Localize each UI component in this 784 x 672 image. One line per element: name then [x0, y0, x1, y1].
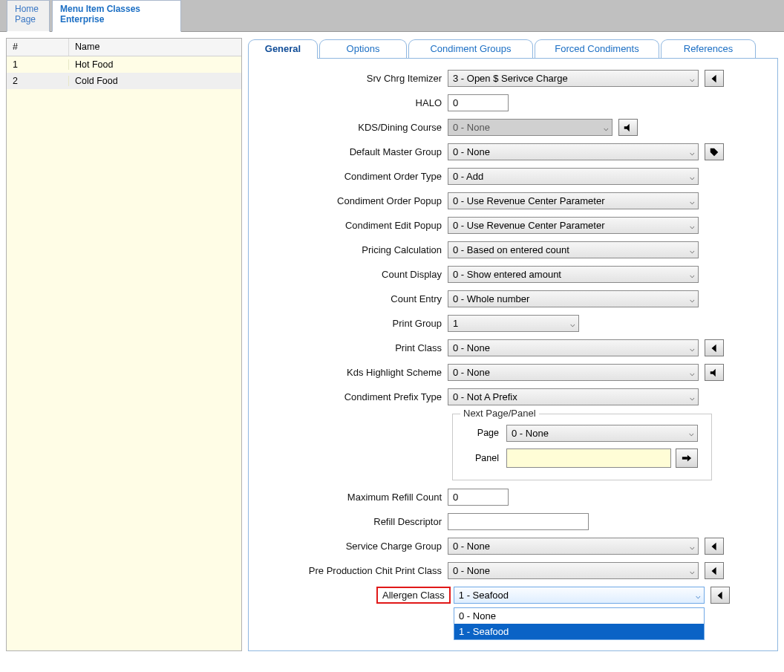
- select-value: 1: [453, 316, 458, 331]
- label-pre-production-chit: Pre Production Chit Print Class: [249, 565, 448, 576]
- nav-left-button[interactable]: [705, 70, 724, 87]
- select-count-entry[interactable]: 0 - Whole number⌵: [448, 290, 699, 307]
- select-condiment-order-type[interactable]: 0 - Add⌵: [448, 168, 699, 185]
- speaker-icon-button[interactable]: [618, 119, 638, 136]
- chevron-down-icon: ⌵: [690, 144, 695, 160]
- tab-condiment-groups[interactable]: Condiment Groups: [408, 39, 533, 59]
- table-row[interactable]: 1 Hot Food: [7, 56, 241, 73]
- chevron-down-icon: ⌵: [690, 563, 695, 578]
- select-condiment-prefix-type[interactable]: 0 - Not A Prefix⌵: [448, 388, 699, 405]
- svg-marker-0: [712, 74, 716, 82]
- select-value: 0 - None: [453, 144, 490, 160]
- dropdown-allergen-class[interactable]: 0 - None 1 - Seafood: [454, 607, 705, 640]
- chevron-down-icon: ⌵: [690, 340, 695, 356]
- tab-forced-condiments[interactable]: Forced Condiments: [535, 39, 659, 59]
- svg-marker-7: [712, 567, 716, 575]
- table-row[interactable]: 2 Cold Food: [7, 73, 241, 89]
- speaker-icon-button[interactable]: [705, 364, 724, 381]
- nav-left-button[interactable]: [705, 538, 724, 555]
- column-header-num[interactable]: #: [7, 39, 69, 56]
- nav-left-button[interactable]: [705, 339, 724, 356]
- select-value: 1 - Seafood: [459, 587, 509, 603]
- label-condiment-order-popup: Condiment Order Popup: [249, 195, 448, 206]
- legend-next-page-panel: Next Page/Panel: [460, 408, 539, 419]
- label-condiment-prefix-type: Condiment Prefix Type: [249, 391, 448, 402]
- tab-home-line1: Home: [15, 4, 42, 14]
- label-count-display: Count Display: [249, 269, 448, 280]
- dropdown-option[interactable]: 1 - Seafood: [454, 624, 704, 639]
- dropdown-option[interactable]: 0 - None: [454, 608, 704, 624]
- select-value: 0 - Use Revenue Center Parameter: [453, 218, 604, 233]
- input-halo[interactable]: [448, 94, 509, 111]
- tab-references[interactable]: References: [661, 39, 756, 59]
- form: Srv Chrg Itemizer 3 - Open $ Serivce Cha…: [249, 59, 777, 615]
- svg-marker-6: [712, 542, 716, 550]
- nav-left-button[interactable]: [710, 587, 730, 604]
- fieldset-next-page-panel: Next Page/Panel Page 0 - None⌵ Panel: [452, 414, 712, 480]
- select-kds-dining-course[interactable]: 0 - None⌵: [448, 119, 612, 136]
- left-list-body: 1 Hot Food 2 Cold Food: [7, 56, 241, 89]
- select-count-display[interactable]: 0 - Show entered amount⌵: [448, 266, 699, 283]
- select-value: 0 - None: [453, 538, 490, 554]
- select-value: 0 - Show entered amount: [453, 267, 561, 282]
- select-default-master-group[interactable]: 0 - None⌵: [448, 143, 699, 160]
- select-srv-chrg-itemizer[interactable]: 3 - Open $ Serivce Charge⌵: [448, 70, 699, 87]
- input-next-panel[interactable]: [506, 448, 671, 468]
- svg-marker-8: [717, 591, 722, 599]
- select-value: 0 - None: [453, 340, 490, 356]
- main-area: # Name 1 Hot Food 2 Cold Food General Op…: [0, 32, 784, 657]
- select-condiment-order-popup[interactable]: 0 - Use Revenue Center Parameter⌵: [448, 192, 699, 209]
- input-refill-descriptor[interactable]: [448, 513, 589, 530]
- select-service-charge-group[interactable]: 0 - None⌵: [448, 538, 699, 555]
- column-header-name[interactable]: Name: [69, 39, 105, 56]
- select-value: 0 - Add: [453, 169, 483, 184]
- tab-options[interactable]: Options: [319, 39, 407, 59]
- select-value: 0 - None: [453, 120, 490, 135]
- label-print-group: Print Group: [249, 318, 448, 329]
- tab-general[interactable]: General: [248, 39, 318, 59]
- select-condiment-edit-popup[interactable]: 0 - Use Revenue Center Parameter⌵: [448, 217, 699, 234]
- arrow-right-button[interactable]: [676, 448, 698, 468]
- cell-num: 2: [7, 76, 69, 86]
- top-tabstrip: Home Page Menu Item Classes Enterprise: [0, 0, 784, 32]
- left-list-pane: # Name 1 Hot Food 2 Cold Food: [6, 38, 242, 651]
- select-pre-production-chit[interactable]: 0 - None⌵: [448, 562, 699, 579]
- select-print-class[interactable]: 0 - None⌵: [448, 339, 699, 356]
- label-print-class: Print Class: [249, 342, 448, 353]
- chevron-down-icon: ⌵: [690, 242, 695, 258]
- select-print-group[interactable]: 1⌵: [448, 315, 579, 332]
- select-allergen-class[interactable]: 1 - Seafood⌵: [454, 587, 705, 604]
- select-kds-highlight-scheme[interactable]: 0 - None⌵: [448, 364, 699, 381]
- svg-marker-1: [624, 123, 630, 131]
- select-value: 3 - Open $ Serivce Charge: [453, 71, 568, 86]
- select-value: 0 - Not A Prefix: [453, 389, 517, 405]
- chevron-down-icon: ⌵: [690, 365, 695, 380]
- tab-menu-item-classes[interactable]: Menu Item Classes Enterprise: [52, 0, 181, 32]
- cell-name: Hot Food: [69, 59, 119, 70]
- label-default-master-group: Default Master Group: [249, 146, 448, 157]
- label-service-charge-group: Service Charge Group: [249, 541, 448, 552]
- chevron-down-icon: ⌵: [690, 218, 695, 233]
- chevron-down-icon: ⌵: [690, 291, 695, 307]
- tab-menu-line2: Enterprise: [60, 14, 173, 25]
- label-allergen-class: Allergen Class: [376, 587, 451, 604]
- label-page: Page: [462, 428, 506, 438]
- detail-tabstrip: General Options Condiment Groups Forced …: [248, 38, 778, 59]
- input-maximum-refill-count[interactable]: [448, 489, 509, 506]
- tab-home-line2: Page: [15, 14, 42, 25]
- select-value: 0 - None: [453, 563, 490, 578]
- label-condiment-edit-popup: Condiment Edit Popup: [249, 220, 448, 231]
- chevron-down-icon: ⌵: [604, 120, 609, 135]
- label-kds-highlight-scheme: Kds Highlight Scheme: [249, 367, 448, 378]
- left-list-header: # Name: [7, 39, 241, 56]
- label-srv-chrg-itemizer: Srv Chrg Itemizer: [249, 73, 448, 84]
- nav-left-button[interactable]: [705, 562, 724, 579]
- chevron-down-icon: ⌵: [690, 389, 695, 405]
- label-maximum-refill-count: Maximum Refill Count: [249, 492, 448, 503]
- select-next-page[interactable]: 0 - None⌵: [506, 425, 698, 442]
- tab-home-page[interactable]: Home Page: [7, 0, 50, 32]
- select-pricing-calculation[interactable]: 0 - Based on entered count⌵: [448, 241, 699, 258]
- tab-menu-line1: Menu Item Classes: [60, 4, 173, 14]
- tag-icon-button[interactable]: [705, 143, 724, 160]
- svg-marker-5: [687, 455, 691, 462]
